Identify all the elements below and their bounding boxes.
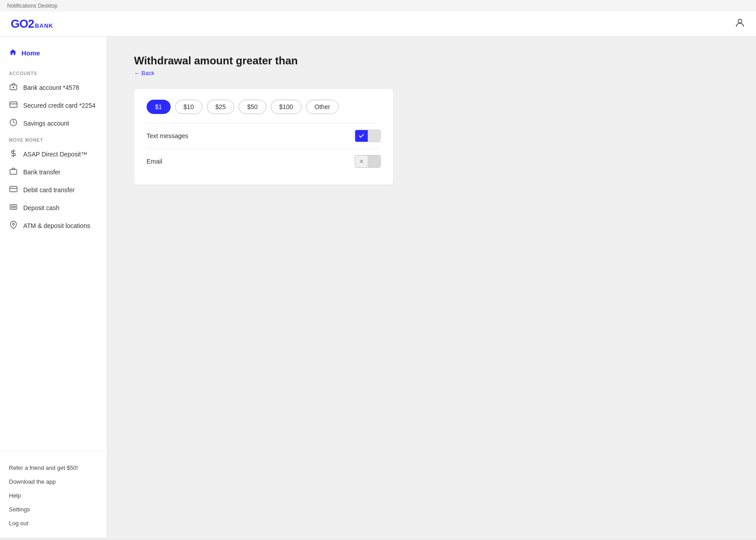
amount-btn-100[interactable]: $100 bbox=[271, 100, 302, 114]
text-messages-label: Text messages bbox=[147, 132, 188, 139]
bank-account-label: Bank account *4578 bbox=[23, 84, 79, 91]
svg-rect-4 bbox=[10, 102, 17, 107]
user-icon[interactable] bbox=[735, 17, 745, 31]
top-bar: Notifications Desktop bbox=[0, 0, 756, 12]
amount-btn-25[interactable]: $25 bbox=[207, 100, 234, 114]
page-title: Withdrawal amount greater than bbox=[134, 55, 729, 67]
amount-btn-50[interactable]: $50 bbox=[239, 100, 266, 114]
sidebar-item-bank-account[interactable]: Bank account *4578 bbox=[0, 79, 107, 97]
text-messages-slider bbox=[368, 130, 380, 142]
svg-rect-11 bbox=[10, 205, 17, 210]
amount-btn-other[interactable]: Other bbox=[306, 100, 339, 114]
sidebar-section-move-money: MOVE MONEY bbox=[0, 132, 107, 145]
deposit-cash-icon bbox=[9, 203, 18, 213]
sidebar-item-deposit-cash[interactable]: Deposit cash bbox=[0, 199, 107, 217]
credit-card-icon bbox=[9, 101, 18, 110]
sidebar-item-savings-account[interactable]: Savings account bbox=[0, 114, 107, 132]
sidebar-footer: Refer a friend and get $50! Download the… bbox=[0, 451, 107, 530]
sidebar-item-secured-credit-card[interactable]: Secured credit card *2254 bbox=[0, 97, 107, 114]
debit-card-transfer-icon bbox=[9, 185, 18, 195]
atm-location-icon bbox=[9, 221, 18, 231]
sidebar-item-asap-direct-deposit[interactable]: ASAP Direct Deposit™ bbox=[0, 145, 107, 163]
amount-btn-10[interactable]: $10 bbox=[175, 100, 202, 114]
sidebar-footer-refer-friend[interactable]: Refer a friend and get $50! bbox=[0, 461, 107, 475]
sidebar-home-label: Home bbox=[21, 49, 40, 57]
svg-point-12 bbox=[13, 206, 15, 208]
svg-rect-9 bbox=[10, 186, 17, 192]
toggle-row-email: Email bbox=[147, 148, 381, 174]
top-bar-title: Notifications Desktop bbox=[7, 3, 58, 9]
sidebar-footer-settings[interactable]: Settings bbox=[0, 502, 107, 516]
sidebar: Home ACCOUNTS Bank account *4578 Sec bbox=[0, 37, 107, 537]
svg-point-0 bbox=[738, 19, 742, 23]
text-messages-toggle[interactable] bbox=[355, 130, 381, 142]
savings-icon bbox=[9, 118, 18, 128]
home-icon bbox=[9, 48, 17, 58]
email-slider bbox=[368, 155, 380, 168]
sidebar-home[interactable]: Home bbox=[0, 44, 107, 62]
email-label: Email bbox=[147, 158, 162, 165]
back-link[interactable]: ← Back bbox=[134, 70, 729, 76]
text-messages-check-icon bbox=[355, 130, 368, 142]
asap-direct-deposit-label: ASAP Direct Deposit™ bbox=[23, 151, 87, 158]
notification-card: $1 $10 $25 $50 $100 Other Text messages bbox=[134, 89, 393, 185]
sidebar-item-bank-transfer[interactable]: Bank transfer bbox=[0, 163, 107, 181]
sidebar-footer-log-out[interactable]: Log out bbox=[0, 516, 107, 530]
asap-deposit-icon bbox=[9, 149, 18, 159]
debit-card-transfer-label: Debit card transfer bbox=[23, 186, 75, 194]
main-content: Withdrawal amount greater than ← Back $1… bbox=[107, 37, 756, 537]
logo-go2: GO2 bbox=[11, 17, 34, 31]
bank-transfer-icon bbox=[9, 167, 18, 177]
svg-point-13 bbox=[13, 223, 15, 225]
amount-btn-1[interactable]: $1 bbox=[147, 100, 171, 114]
bank-account-icon bbox=[9, 83, 18, 93]
sidebar-item-debit-card-transfer[interactable]: Debit card transfer bbox=[0, 181, 107, 199]
header: GO2 BANK bbox=[0, 12, 756, 37]
sidebar-item-atm-deposit-locations[interactable]: ATM & deposit locations bbox=[0, 217, 107, 235]
deposit-cash-label: Deposit cash bbox=[23, 204, 59, 211]
email-x-icon bbox=[355, 155, 368, 168]
bank-transfer-label: Bank transfer bbox=[23, 169, 60, 176]
sidebar-section-accounts: ACCOUNTS bbox=[0, 66, 107, 79]
savings-account-label: Savings account bbox=[23, 120, 69, 127]
sidebar-footer-download-app[interactable]: Download the app bbox=[0, 475, 107, 489]
logo: GO2 BANK bbox=[11, 17, 53, 31]
svg-rect-8 bbox=[10, 169, 17, 174]
logo-bank: BANK bbox=[35, 22, 54, 29]
atm-deposit-locations-label: ATM & deposit locations bbox=[23, 222, 90, 229]
amount-buttons-group: $1 $10 $25 $50 $100 Other bbox=[147, 100, 381, 114]
toggle-row-text-messages: Text messages bbox=[147, 123, 381, 148]
sidebar-footer-help[interactable]: Help bbox=[0, 489, 107, 502]
email-toggle[interactable] bbox=[355, 155, 381, 168]
secured-credit-card-label: Secured credit card *2254 bbox=[23, 102, 96, 109]
